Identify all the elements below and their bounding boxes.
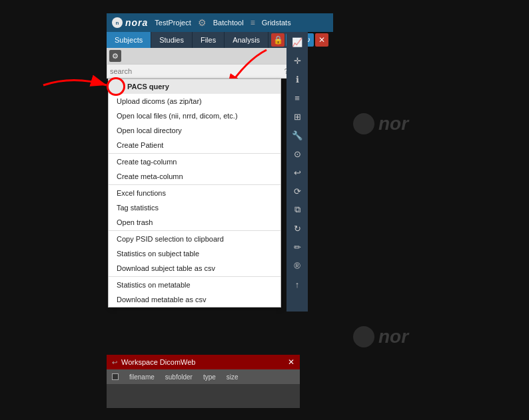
workspace-col-filename: filename	[129, 373, 155, 381]
tab-subjects[interactable]: Subjects	[107, 32, 151, 48]
sidebar-wrench-btn[interactable]: 🔧	[288, 126, 306, 144]
batchtool-menu[interactable]: Batchtool	[213, 19, 244, 27]
lock-icon-btn[interactable]: 🔒	[271, 33, 284, 47]
menu-item-tag-statistics[interactable]: Tag statistics	[109, 200, 280, 215]
menu-item-download-subject-csv[interactable]: Download subject table as csv	[109, 261, 280, 276]
menu-item-create-patient[interactable]: Create Patient	[109, 138, 280, 152]
logo-icon: n	[112, 17, 123, 28]
gridstats-label: Gridstats	[262, 19, 291, 27]
bg-logo-text-1: nor	[378, 113, 408, 134]
search-input[interactable]	[107, 67, 282, 75]
bg-logo-2: nor	[353, 326, 408, 347]
menu-item-excel-functions[interactable]: Excel functions	[109, 186, 280, 200]
menu-divider-2	[109, 184, 280, 185]
top-bar: n nora TestProject ⚙ Batchtool ≡ Gridsta…	[107, 13, 333, 32]
workspace-panel: ↩ Workspace DicomWeb ✕ filename subfolde…	[107, 355, 300, 408]
tab-bar: Subjects Studies Files Analysis 🔒 ≡ ↻ ✕	[107, 32, 300, 48]
menu-item-open-local-files[interactable]: Open local files (nii, nrrd, dicom, etc.…	[109, 108, 280, 123]
menu-item-pacs-query[interactable]: PACS query	[109, 79, 280, 94]
right-sidebar: 📈 ✛ ℹ ≡ ⊞ 🔧 ⊙ ↩ ⟳ ⧉ ↻ ✏ ® ↑	[286, 32, 308, 312]
batchtool-label: Batchtool	[213, 19, 244, 27]
sidebar-layers-btn[interactable]: ⧉	[288, 201, 306, 218]
sidebar-list-btn[interactable]: ≡	[288, 89, 306, 106]
menu-divider-1	[109, 153, 280, 154]
menu-divider-4	[109, 276, 280, 277]
menu-item-download-metatable-csv[interactable]: Download metatable as csv	[109, 292, 280, 307]
sidebar-undo-btn[interactable]: ↩	[288, 164, 306, 181]
tab-analysis[interactable]: Analysis	[225, 32, 268, 48]
workspace-icon: ↩	[112, 359, 117, 366]
workspace-col-subfolder: subfolder	[165, 373, 193, 381]
toolbar-row: ⚙	[107, 48, 300, 64]
gear-icon-top[interactable]: ⚙	[198, 17, 207, 28]
workspace-columns-row: filename subfolder type size	[107, 369, 300, 384]
close-icon-btn[interactable]: ✕	[315, 33, 328, 47]
bg-logo-icon-2	[353, 326, 374, 347]
workspace-select-all[interactable]	[112, 373, 119, 380]
menu-item-create-meta-column[interactable]: Create meta-column	[109, 169, 280, 184]
gridstats-menu[interactable]: Gridstats	[262, 19, 291, 27]
menu-item-create-tag-column[interactable]: Create tag-column	[109, 154, 280, 169]
bg-logo-text-2: nor	[378, 326, 408, 347]
sidebar-crosshair-btn[interactable]: ✛	[288, 52, 306, 69]
menu-item-copy-psid[interactable]: Copy PSID selection to clipboard	[109, 232, 280, 246]
bg-logo-icon-1	[353, 113, 374, 134]
workspace-close-btn[interactable]: ✕	[288, 357, 294, 367]
tab-studies[interactable]: Studies	[151, 32, 193, 48]
workspace-header: ↩ Workspace DicomWeb ✕	[107, 355, 300, 369]
sidebar-sync-btn[interactable]: ⟳	[288, 182, 306, 200]
sidebar-search-circle-btn[interactable]: ⊙	[288, 145, 306, 162]
menu-item-open-local-dir[interactable]: Open local directory	[109, 123, 280, 138]
logo-text: nora	[125, 17, 148, 28]
workspace-col-size: size	[227, 373, 239, 381]
sidebar-info-btn[interactable]: ℹ	[288, 71, 306, 88]
menu-item-stats-subject[interactable]: Statistics on subject table	[109, 246, 280, 261]
sidebar-grid-btn[interactable]: ⊞	[288, 108, 306, 125]
workspace-title: Workspace DicomWeb	[121, 358, 195, 366]
context-menu: PACS query Upload dicoms (as zip/tar) Op…	[108, 79, 281, 308]
sidebar-edit-btn[interactable]: ✏	[288, 238, 306, 256]
search-bar: ? I ≡	[107, 64, 300, 79]
menu-divider-3	[109, 230, 280, 231]
sidebar-arrow-btn[interactable]: ↑	[288, 276, 306, 293]
sidebar-registered-btn[interactable]: ®	[288, 257, 306, 274]
menu-item-stats-metatable[interactable]: Statistics on metatable	[109, 278, 280, 292]
sidebar-refresh-btn[interactable]: ↻	[288, 220, 306, 237]
tab-files[interactable]: Files	[193, 32, 225, 48]
project-name: TestProject	[155, 19, 191, 27]
bg-logo-1: nor	[353, 113, 408, 134]
menu-item-open-trash[interactable]: Open trash	[109, 215, 280, 230]
menu-item-upload-dicoms[interactable]: Upload dicoms (as zip/tar)	[109, 94, 280, 108]
sidebar-chart-btn[interactable]: 📈	[288, 33, 306, 51]
settings-gear-btn[interactable]: ⚙	[109, 50, 121, 62]
workspace-col-type: type	[203, 373, 216, 381]
menu-icon-top: ≡	[251, 18, 255, 27]
app-logo: n nora	[112, 17, 148, 28]
